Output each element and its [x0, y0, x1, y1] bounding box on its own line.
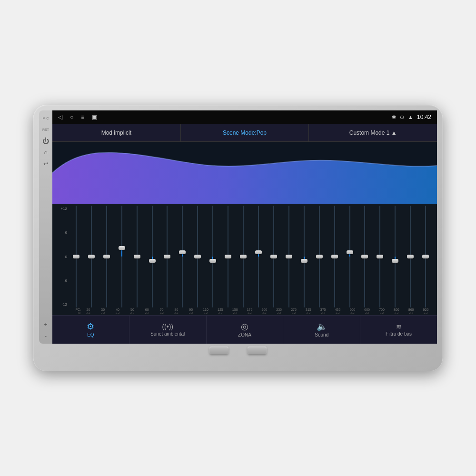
- freq-label-col-60: 602.2: [139, 308, 154, 314]
- vol-down-button[interactable]: -: [41, 331, 50, 341]
- slider-thumb-500[interactable]: [347, 250, 353, 254]
- slider-track-110[interactable]: [197, 206, 198, 307]
- freq-label-col-95: 952.2: [184, 308, 198, 314]
- freq-label-col-375: 3752.2: [316, 308, 330, 314]
- slider-thumb-110[interactable]: [194, 255, 201, 258]
- slider-thumb-95[interactable]: [179, 250, 186, 254]
- slider-band-435: [327, 206, 342, 307]
- vol-up-button[interactable]: +: [41, 320, 50, 329]
- q-val-150: 2.2: [233, 311, 237, 314]
- slider-thumb-235[interactable]: [270, 255, 277, 258]
- freq-hz-60: 60: [145, 308, 149, 311]
- slider-track-wrapper-20: [69, 206, 84, 307]
- menu-nav-icon[interactable]: ≡: [81, 114, 84, 120]
- slider-track-95[interactable]: [182, 206, 183, 307]
- home-nav-icon[interactable]: ○: [70, 114, 73, 120]
- sound-icon: 🔈: [317, 322, 327, 331]
- freq-hz-920: 920: [423, 308, 429, 311]
- nav-item-zona[interactable]: ◎ ZONA: [207, 316, 284, 344]
- slider-track-80[interactable]: [167, 206, 168, 307]
- zona-label: ZONA: [238, 332, 251, 337]
- slider-thumb-315[interactable]: [301, 259, 307, 263]
- slider-thumb-70[interactable]: [149, 259, 156, 263]
- slider-thumb-275[interactable]: [286, 255, 292, 258]
- slider-track-wrapper-50: [114, 206, 129, 307]
- slider-track-700[interactable]: [379, 206, 380, 307]
- slider-track-125[interactable]: [212, 206, 213, 307]
- slider-thumb-920[interactable]: [422, 255, 429, 258]
- home-button[interactable]: ⌂: [41, 148, 50, 157]
- slider-track-50[interactable]: [121, 206, 122, 307]
- slider-track-800[interactable]: [395, 206, 396, 307]
- slider-track-175[interactable]: [243, 206, 244, 307]
- slider-track-600[interactable]: [364, 206, 365, 307]
- eq-visualization: [52, 142, 437, 204]
- slider-thumb-125[interactable]: [209, 259, 216, 263]
- nav-item-sunet-ambiental[interactable]: ((•)) Sunet ambiental: [129, 316, 207, 344]
- freq-hz-800: 800: [394, 308, 399, 311]
- slider-track-150[interactable]: [228, 206, 228, 307]
- menu-custom-mode[interactable]: Custom Mode 1 ▲: [309, 124, 437, 141]
- slider-thumb-860[interactable]: [407, 255, 414, 258]
- slider-band-80: [160, 206, 175, 307]
- slider-thumb-700[interactable]: [377, 255, 383, 258]
- recent-nav-icon[interactable]: ▣: [92, 114, 97, 120]
- slider-thumb-60[interactable]: [134, 255, 140, 258]
- q-val-40: 2.2: [116, 311, 119, 314]
- slider-track-40[interactable]: [106, 206, 107, 307]
- slider-thumb-200[interactable]: [255, 250, 262, 254]
- slider-track-375[interactable]: [319, 206, 320, 307]
- back-button[interactable]: ↩: [41, 159, 50, 169]
- freq-hz-235: 235: [276, 308, 282, 311]
- slider-band-800: [387, 206, 403, 307]
- slider-thumb-50[interactable]: [119, 246, 125, 250]
- nav-item-filtru-de-bas[interactable]: ≋ Filtru de bas: [360, 316, 437, 344]
- slider-track-30[interactable]: [91, 206, 92, 307]
- slider-track-200[interactable]: [258, 206, 259, 307]
- eq-sliders-container: +12 6 0 -6 -12 FC:Q: 202.2302.2402.2502.…: [52, 204, 437, 315]
- menu-scene-mode[interactable]: Scene Mode:Pop: [181, 124, 309, 141]
- slider-thumb-435[interactable]: [331, 255, 338, 258]
- q-val-95: 2.2: [189, 311, 193, 314]
- slider-thumb-175[interactable]: [240, 255, 247, 258]
- slider-thumb-30[interactable]: [88, 255, 95, 258]
- nav-item-sound[interactable]: 🔈 Sound: [283, 316, 360, 344]
- q-val-110: 2.2: [204, 311, 208, 314]
- q-val-800: 2.2: [395, 311, 398, 314]
- freq-hz-600: 600: [364, 308, 370, 311]
- slider-track-275[interactable]: [288, 206, 289, 307]
- slider-track-wrapper-315: [297, 206, 312, 307]
- slider-band-110: [190, 206, 205, 307]
- slider-track-315[interactable]: [304, 206, 305, 307]
- slider-track-20[interactable]: [76, 206, 77, 307]
- slider-track-70[interactable]: [152, 206, 153, 307]
- slider-thumb-150[interactable]: [225, 255, 231, 258]
- slider-thumb-800[interactable]: [392, 259, 398, 263]
- nav-item-eq[interactable]: ⚙ EQ: [52, 316, 129, 344]
- back-nav-icon[interactable]: ◁: [58, 114, 62, 120]
- bottom-btn-left[interactable]: [209, 347, 228, 354]
- mic-button[interactable]: MIC: [41, 113, 50, 123]
- slider-track-860[interactable]: [410, 206, 411, 307]
- slider-track-60[interactable]: [137, 206, 138, 307]
- slider-thumb-600[interactable]: [361, 255, 368, 258]
- q-val-860: 2.2: [409, 311, 413, 314]
- slider-thumb-20[interactable]: [73, 255, 79, 258]
- menu-mod-implicit[interactable]: Mod implicit: [52, 124, 181, 141]
- slider-thumb-80[interactable]: [164, 255, 170, 258]
- filtru-label: Filtru de bas: [386, 331, 412, 337]
- device-bottom-buttons: [39, 344, 437, 357]
- freq-label-col-20: 202.2: [81, 308, 96, 314]
- slider-track-wrapper-175: [236, 206, 251, 307]
- rst-button[interactable]: RST: [41, 125, 50, 134]
- slider-track-435[interactable]: [334, 206, 335, 307]
- q-val-200: 2.2: [262, 311, 266, 314]
- power-button[interactable]: ⏻: [41, 136, 50, 146]
- slider-track-920[interactable]: [425, 206, 426, 307]
- slider-track-235[interactable]: [273, 206, 274, 307]
- slider-track-500[interactable]: [349, 206, 350, 307]
- slider-thumb-375[interactable]: [316, 255, 323, 258]
- slider-band-700: [372, 206, 387, 307]
- slider-thumb-40[interactable]: [103, 255, 110, 258]
- bottom-btn-right[interactable]: [248, 347, 267, 354]
